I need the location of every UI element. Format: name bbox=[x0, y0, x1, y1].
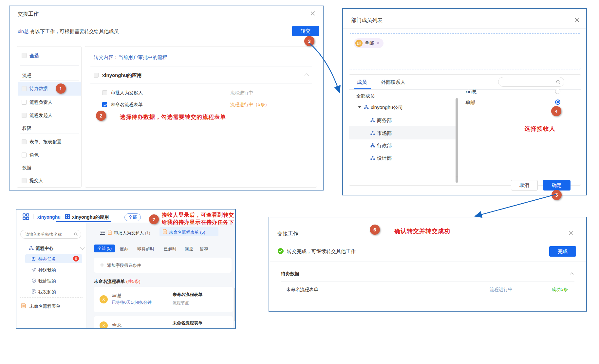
member-row-1[interactable]: xin总 bbox=[460, 87, 578, 97]
tree-scrollbar[interactable] bbox=[456, 98, 458, 183]
tree-node-dept3[interactable]: 行政部 bbox=[349, 139, 456, 151]
collapse-sidebar-icon[interactable] bbox=[100, 230, 105, 235]
initiator-checkbox[interactable] bbox=[22, 113, 27, 118]
filter-all[interactable]: 全部 (5) bbox=[94, 245, 115, 252]
tree-node-dept4[interactable]: 设计部 bbox=[349, 152, 456, 164]
form-search-input[interactable] bbox=[25, 232, 74, 237]
divider bbox=[20, 134, 79, 134]
filter-overdue[interactable]: 已超时 bbox=[164, 246, 177, 252]
caret-down-icon[interactable] bbox=[358, 106, 361, 108]
tree-dept-label[interactable]: 商务部 bbox=[377, 118, 392, 124]
tab-form-label[interactable]: 未命名流程表单 bbox=[169, 230, 199, 235]
member-search[interactable] bbox=[498, 77, 564, 87]
nav-process-center[interactable]: 流程中心 bbox=[36, 246, 53, 251]
tree-node-dept1[interactable]: 商务部 bbox=[349, 115, 456, 126]
annotation-line2: 给我的待办显示在待办任务下 bbox=[162, 219, 234, 226]
search-icon[interactable] bbox=[74, 232, 78, 236]
sidebar-item-form-report[interactable]: 表单、报表配置 bbox=[29, 139, 62, 145]
check-circle-icon bbox=[31, 278, 36, 283]
confirm-button[interactable]: 确定 bbox=[543, 180, 571, 191]
row2-checkbox[interactable] bbox=[102, 102, 107, 107]
chevron-down-icon[interactable] bbox=[80, 245, 84, 250]
tree-company-label[interactable]: xinyonghu公司 bbox=[371, 104, 403, 111]
sidebar-item-submitter[interactable]: 提交人 bbox=[29, 178, 43, 184]
add-filter-box[interactable]: 添加字段筛选条件 bbox=[94, 258, 232, 273]
filter-soon-overdue[interactable]: 即将超时 bbox=[137, 246, 154, 252]
nav-item-todo[interactable]: 待办任务 6 bbox=[25, 254, 82, 263]
filter-draft[interactable]: 暂存 bbox=[200, 246, 208, 252]
chevron-up-icon[interactable] bbox=[305, 73, 309, 78]
chevron-up-icon[interactable] bbox=[570, 272, 573, 276]
select-all-checkbox[interactable] bbox=[22, 53, 27, 58]
sidebar-item-initiator[interactable]: 流程发起人 bbox=[29, 113, 52, 118]
transfer-button[interactable]: 转交 bbox=[292, 26, 319, 36]
success-check-icon bbox=[277, 248, 284, 254]
tab-external[interactable]: 外部联系人 bbox=[381, 79, 405, 85]
app-tab-label[interactable]: xinyonghu的应用 bbox=[72, 214, 109, 220]
nav-item-cc[interactable]: 抄送我的 bbox=[38, 267, 56, 273]
sidebar-item-role[interactable]: 角色 bbox=[29, 152, 39, 158]
tree-node-dept2[interactable]: 市场部 bbox=[349, 126, 456, 139]
tree-dept-label[interactable]: 行政部 bbox=[377, 143, 392, 149]
member-search-input[interactable] bbox=[503, 79, 556, 85]
tree-dept-label[interactable]: 设计部 bbox=[377, 155, 392, 161]
list-scrollbar[interactable] bbox=[234, 288, 235, 321]
nav-item-initiated[interactable]: 我发起的 bbox=[38, 289, 56, 295]
close-icon[interactable] bbox=[568, 230, 573, 236]
app-icon bbox=[65, 214, 70, 219]
member-radio[interactable] bbox=[555, 89, 560, 94]
tree-node-company[interactable]: xinyonghu公司 bbox=[349, 102, 456, 113]
filter-rollback[interactable]: 回退 bbox=[185, 246, 193, 252]
row1-checkbox[interactable] bbox=[102, 90, 107, 95]
search-icon[interactable] bbox=[556, 80, 561, 84]
row2-status: 流程进行中（5条） bbox=[230, 102, 270, 108]
form-search[interactable] bbox=[20, 230, 81, 239]
todo-card-2[interactable]: X xin总 未命名流程表单 bbox=[94, 316, 233, 329]
todo-card-1[interactable]: X xin总 已等待0天1小时6分钟 未命名流程表单 流程节点 bbox=[94, 287, 233, 312]
app-group-checkbox[interactable] bbox=[94, 73, 99, 78]
remove-tag-icon[interactable] bbox=[376, 42, 380, 45]
filter-urge[interactable]: 催办 bbox=[120, 246, 128, 252]
todo-data-label[interactable]: 待办数据 bbox=[29, 86, 48, 92]
selected-members-box[interactable]: 邮 单邮 bbox=[349, 33, 581, 69]
grid-icon[interactable] bbox=[22, 213, 29, 220]
close-icon[interactable] bbox=[574, 17, 580, 23]
members-dialog: 部门成员列表 邮 单邮 成员 外部联系人 bbox=[342, 8, 587, 195]
finish-button[interactable]: 完成 bbox=[549, 246, 576, 257]
row2-label: 未命名流程表单 bbox=[111, 102, 143, 108]
annotation-step6: 确认转交并转交成功 bbox=[394, 227, 450, 235]
todo-data-checkbox[interactable] bbox=[22, 86, 27, 91]
nav-item-processed[interactable]: 我处理的 bbox=[38, 278, 56, 284]
cancel-button[interactable]: 取消 bbox=[511, 180, 538, 191]
nav-item-form[interactable]: 未命名流程表单 bbox=[29, 303, 61, 309]
dialog-title: 交接工作 bbox=[277, 230, 298, 237]
member-radio-selected[interactable] bbox=[555, 100, 560, 105]
step-badge-1: 1 bbox=[56, 83, 66, 94]
tab-form-active[interactable]: 未命名流程表单 (5) bbox=[159, 227, 218, 236]
document-icon bbox=[108, 230, 112, 235]
brand-label[interactable]: xinyonghu bbox=[37, 214, 61, 220]
sidebar-item-owner[interactable]: 流程负责人 bbox=[29, 100, 52, 105]
app-window: xinyonghu xinyonghu的应用 全部 7 接收人登录后，可查看到转… bbox=[16, 209, 236, 329]
submitter-checkbox[interactable] bbox=[22, 178, 27, 183]
divider bbox=[343, 28, 586, 29]
sidebar-item-todo-data[interactable]: 待办数据 bbox=[18, 82, 81, 96]
form-report-checkbox[interactable] bbox=[22, 139, 27, 144]
tab-approver-label[interactable]: 审批人为发起人 bbox=[114, 230, 144, 235]
scope-pill[interactable]: 全部 bbox=[124, 213, 141, 221]
select-all-label[interactable]: 全选 bbox=[29, 53, 39, 59]
annotation-line1: 接收人登录后，可查看到转交 bbox=[162, 211, 234, 219]
avatar: 邮 bbox=[355, 40, 363, 47]
card-wait-time: 已等待0天1小时6分钟 bbox=[112, 300, 152, 305]
app-main: 审批人为发起人 (1) 未命名流程表单 (5) 全部 (5) 催办 即将超时 已… bbox=[87, 223, 236, 329]
role-checkbox[interactable] bbox=[22, 153, 27, 157]
add-filter-label[interactable]: 添加字段筛选条件 bbox=[107, 263, 141, 268]
close-icon[interactable] bbox=[310, 11, 315, 16]
nav-todo-label[interactable]: 待办任务 bbox=[38, 256, 56, 262]
tree-dept-label[interactable]: 市场部 bbox=[377, 130, 392, 136]
org-icon bbox=[370, 155, 375, 160]
owner-checkbox[interactable] bbox=[22, 100, 27, 105]
tab-members[interactable]: 成员 bbox=[357, 79, 367, 85]
member-row-2[interactable]: 单邮 bbox=[460, 98, 578, 108]
dialog-title: 部门成员列表 bbox=[351, 17, 383, 24]
